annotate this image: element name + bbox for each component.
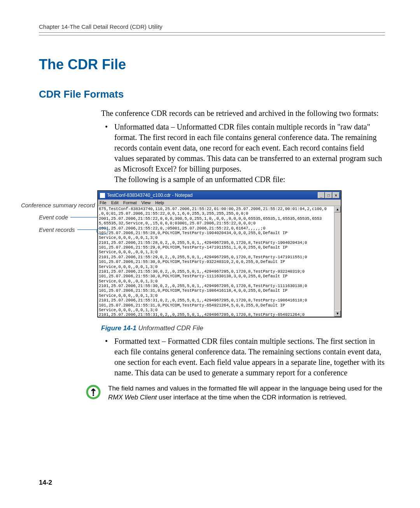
menu-format[interactable]: Format — [123, 200, 137, 205]
notepad-app-icon — [100, 193, 105, 198]
annotation-leader-line — [70, 217, 97, 217]
page-number: 14-2 — [39, 479, 52, 487]
vertical-scrollbar[interactable]: ▲ ▼ — [334, 206, 341, 317]
annotation-leader-line — [77, 229, 97, 230]
bullet-formatted: Formatted text – Formatted CDR files con… — [114, 337, 385, 377]
annotation-conference-summary: Conference summary record — [21, 202, 95, 208]
intro-paragraph: The conference CDR records can be retrie… — [101, 108, 385, 119]
figure-caption-label: Figure 14-1 — [101, 324, 136, 332]
close-button[interactable]: × — [332, 192, 340, 198]
note-text: The field names and values in the format… — [108, 384, 385, 402]
notepad-title-text: TestConf-838343740_c100.cdr - Notepad — [107, 193, 192, 198]
section-subtitle: CDR File Formats — [39, 88, 385, 100]
minimize-button[interactable]: _ — [318, 192, 325, 198]
notepad-text-content[interactable]: 675,TestConf-838343740,110,25.07.2006,21… — [98, 206, 334, 317]
notepad-window: TestConf-838343740_c100.cdr - Notepad _ … — [97, 190, 341, 317]
svg-point-1 — [93, 394, 94, 396]
page-title: The CDR File — [39, 56, 385, 73]
header-rule — [39, 32, 385, 35]
menu-help[interactable]: Help — [155, 200, 164, 205]
annotation-event-code: Event code — [39, 214, 68, 221]
menu-file[interactable]: File — [100, 200, 107, 205]
notepad-menubar: File Edit Format View Help — [98, 200, 341, 206]
notepad-titlebar[interactable]: TestConf-838343740_c100.cdr - Notepad _ … — [98, 191, 341, 200]
figure-caption-text: Unformatted CDR File — [136, 324, 203, 332]
annotation-event-records: Event records — [39, 226, 75, 233]
bullet-unformatted: Unformatted data – Unformatted CDR files… — [114, 123, 382, 173]
menu-view[interactable]: View — [142, 200, 151, 205]
menu-edit[interactable]: Edit — [111, 200, 119, 205]
sample-intro: The following is a sample of an unformat… — [114, 174, 385, 185]
note-icon — [86, 384, 101, 400]
chapter-header: Chapter 14-The Call Detail Record (CDR) … — [39, 23, 385, 30]
scroll-up-button[interactable]: ▲ — [334, 206, 341, 212]
maximize-button[interactable]: □ — [325, 192, 332, 198]
scroll-down-button[interactable]: ▼ — [334, 310, 341, 317]
